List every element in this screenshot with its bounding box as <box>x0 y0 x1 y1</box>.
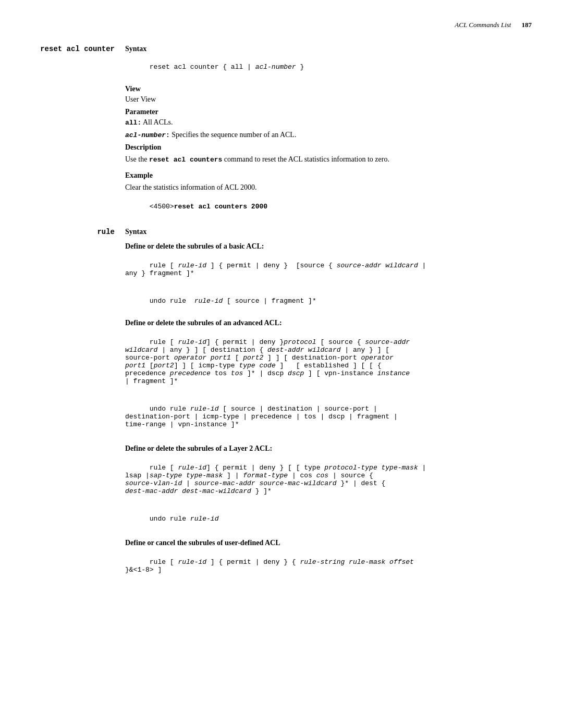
sub3-heading: Define or delete the subrules of a Layer… <box>125 445 532 453</box>
syntax-code: reset acl counter { all | acl-number } <box>125 55 532 79</box>
sub1-code1: rule [ rule-id ] { permit | deny } [sour… <box>125 254 532 285</box>
view-text: User View <box>125 95 532 104</box>
sub2-code1: rule [ rule-id] { permit | deny }protoco… <box>125 330 532 393</box>
sub2-code2: undo rule rule-id [ source | destination… <box>125 397 532 436</box>
page-number: 187 <box>522 21 532 29</box>
sub1-heading: Define or delete the subrules of a basic… <box>125 242 532 251</box>
description-text: Use the reset acl counters command to re… <box>125 154 532 165</box>
rule-body: Syntax Define or delete the subrules of … <box>125 228 532 584</box>
description-heading: Description <box>125 143 532 152</box>
sub2-heading: Define or delete the subrules of an adva… <box>125 319 532 327</box>
rule-syntax-heading: Syntax <box>125 228 532 236</box>
rule-command-name: rule <box>31 228 125 584</box>
param-acl-number-name: acl-number: <box>125 131 170 139</box>
param-all-name: all: <box>125 119 141 127</box>
example-code: <4500>reset acl counters 2000 <box>125 195 532 218</box>
syntax-heading: Syntax <box>125 45 532 53</box>
param-acl-number: acl-number: Specifies the sequence numbe… <box>125 131 532 139</box>
reset-acl-counter-section: reset acl counter Syntax reset acl count… <box>31 45 532 218</box>
sub3-code2: undo rule rule-id <box>125 507 532 530</box>
parameter-heading: Parameter <box>125 108 532 116</box>
example-intro: Clear the statistics information of ACL … <box>125 182 532 193</box>
sub3-code1: rule [ rule-id] { permit | deny } [ [ ty… <box>125 456 532 503</box>
sub1-code2: undo rule rule-id [ source | fragment ]* <box>125 289 532 313</box>
sub4-heading: Define or cancel the subrules of user-de… <box>125 539 532 547</box>
reset-acl-counter-command-name: reset acl counter <box>31 45 125 218</box>
syntax-code-text: reset acl counter { all | acl-number } <box>150 63 304 71</box>
param-all-desc: All ACLs. <box>143 118 173 126</box>
reset-acl-counter-body: Syntax reset acl counter { all | acl-num… <box>125 45 532 218</box>
rule-section: rule Syntax Define or delete the subrule… <box>31 228 532 584</box>
header-title: ACL Commands List <box>455 21 511 29</box>
view-heading: View <box>125 85 532 93</box>
sub4-code1: rule [ rule-id ] { permit | deny } { rul… <box>125 550 532 582</box>
param-acl-number-desc: Specifies the sequence number of an ACL. <box>172 131 296 139</box>
page-header: ACL Commands List 187 <box>31 21 532 29</box>
param-all: all: All ACLs. <box>125 118 532 127</box>
example-heading: Example <box>125 171 532 180</box>
